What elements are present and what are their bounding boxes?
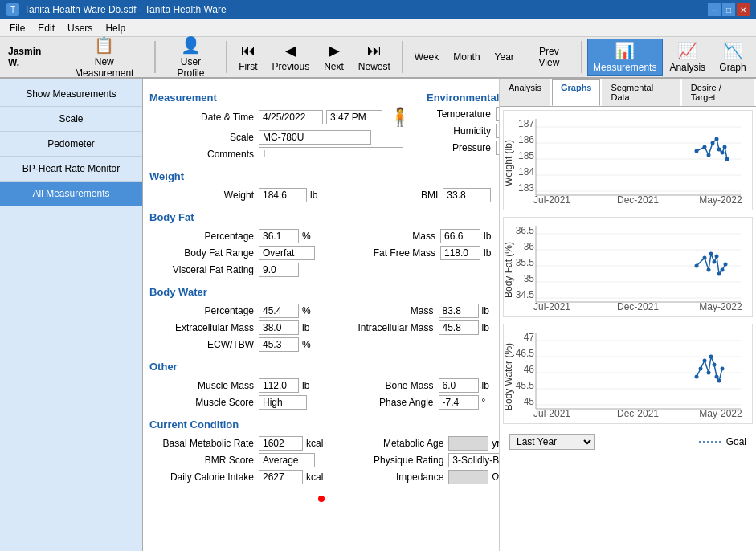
- maximize-button[interactable]: □: [722, 3, 735, 16]
- main-content: Show Measurements Scale Pedometer BP-Hea…: [0, 79, 756, 551]
- muscle-mass-input[interactable]: [259, 378, 299, 393]
- bw-percentage-label: Percentage: [149, 305, 254, 316]
- bmr-unit: kcal: [306, 438, 323, 449]
- impedance-input[interactable]: [448, 470, 488, 484]
- temperature-label: Temperature: [427, 108, 491, 120]
- first-icon: ⏮: [241, 43, 255, 59]
- svg-point-44: [709, 252, 713, 256]
- svg-text:36: 36: [524, 241, 535, 252]
- ecwtbw-input[interactable]: [259, 337, 299, 352]
- svg-text:187: 187: [518, 118, 534, 129]
- pressure-row: Pressure mbar: [427, 141, 499, 155]
- other-section-header: Other: [149, 361, 492, 373]
- window-title: Tanita Health Ware Db.sdf - Tanita Healt…: [24, 4, 227, 15]
- close-button[interactable]: ✕: [737, 3, 750, 16]
- menu-help[interactable]: Help: [99, 21, 132, 35]
- week-button[interactable]: Week: [408, 39, 445, 76]
- bw-mass-unit: lb: [482, 305, 489, 316]
- next-button[interactable]: ▶ Next: [317, 39, 350, 76]
- bmr-score-input[interactable]: [259, 453, 315, 467]
- svg-point-74: [721, 367, 725, 371]
- analysis-button[interactable]: 📈 Analysis: [664, 39, 712, 76]
- measurements-button[interactable]: 📊 Measurements: [587, 39, 663, 76]
- phase-angle-unit: °: [482, 397, 486, 408]
- measurements-icon: 📊: [615, 41, 635, 60]
- tab-desire[interactable]: Desire / Target: [682, 79, 754, 106]
- bw-mass-input[interactable]: [439, 304, 479, 318]
- muscle-mass-row: Muscle Mass lb: [149, 378, 313, 393]
- year-button[interactable]: Year: [488, 39, 521, 76]
- weight-chart-svg: Weight (lb) 187 186 185 184 183: [504, 111, 749, 207]
- ecm-input[interactable]: [259, 320, 299, 335]
- svg-point-45: [713, 260, 717, 264]
- tab-segmental[interactable]: Segmental Data: [602, 79, 680, 106]
- bone-mass-input[interactable]: [439, 378, 479, 393]
- menu-edit[interactable]: Edit: [31, 21, 61, 35]
- scale-input[interactable]: [259, 130, 371, 145]
- bmi-input[interactable]: [443, 188, 491, 202]
- user-profile-button[interactable]: 👤 User Profile: [161, 39, 222, 76]
- muscle-score-input[interactable]: [259, 395, 307, 410]
- weight-input[interactable]: [259, 188, 307, 202]
- minimize-button[interactable]: ─: [708, 3, 721, 16]
- calorie-input[interactable]: [259, 470, 303, 484]
- menu-file[interactable]: File: [3, 21, 31, 35]
- phase-angle-input[interactable]: [439, 395, 479, 410]
- metabolic-age-input[interactable]: [448, 436, 488, 451]
- newest-button[interactable]: ⏭ Newest: [352, 39, 397, 76]
- physique-input[interactable]: [448, 453, 499, 467]
- fat-free-input[interactable]: [440, 246, 480, 260]
- graphs-panel: Analysis Graphs Segmental Data Desire / …: [499, 79, 756, 551]
- tab-graphs[interactable]: Graphs: [552, 79, 601, 106]
- bf-range-input[interactable]: [259, 246, 315, 260]
- time-range-select[interactable]: Last Year Last 6 Months Last Month All T…: [509, 434, 595, 450]
- prev-view-button[interactable]: Prev View: [522, 39, 576, 76]
- tab-analysis[interactable]: Analysis: [500, 79, 550, 106]
- phase-angle-label: Phase Angle: [329, 397, 434, 408]
- bw-mass-row: Mass lb: [329, 304, 493, 318]
- body-fat-chart: Body Fat (%) 36.5 36 35.5 35 34.5: [503, 217, 753, 317]
- time-input[interactable]: [326, 110, 382, 124]
- calorie-unit: kcal: [306, 471, 323, 483]
- bf-mass-row: Mass lb: [331, 229, 492, 243]
- visceral-input[interactable]: [259, 263, 299, 277]
- bw-percentage-input[interactable]: [259, 304, 299, 318]
- bf-mass-input[interactable]: [440, 229, 480, 243]
- bf-percentage-input[interactable]: [259, 229, 299, 243]
- icm-input[interactable]: [439, 320, 479, 335]
- weight-row: Weight lb: [149, 188, 317, 202]
- svg-point-72: [715, 375, 719, 379]
- sidebar-show-measurements[interactable]: Show Measurements: [0, 82, 142, 107]
- menu-users[interactable]: Users: [61, 21, 99, 35]
- sidebar-bp-heart[interactable]: BP-Heart Rate Monitor: [0, 157, 142, 182]
- svg-point-48: [721, 268, 725, 272]
- date-time-row: Date & Time 🧍: [149, 107, 411, 128]
- svg-point-18: [707, 153, 711, 157]
- bf-percentage-row: Percentage %: [149, 229, 315, 243]
- new-measurement-button[interactable]: 📋 New Measurement: [59, 39, 149, 76]
- toolbar: Jasmin W. 📋 New Measurement 👤 User Profi…: [0, 37, 756, 79]
- content-panel: Measurement Date & Time 🧍 Scale Comments: [143, 79, 499, 551]
- previous-button[interactable]: ◀ Previous: [265, 39, 316, 76]
- svg-text:46.5: 46.5: [516, 348, 535, 359]
- month-button[interactable]: Month: [447, 39, 486, 76]
- date-input[interactable]: [259, 110, 323, 124]
- comments-input[interactable]: [259, 147, 403, 161]
- visceral-label: Visceral Fat Rating: [149, 264, 254, 276]
- humidity-row: Humidity %: [427, 124, 499, 138]
- sidebar-pedometer[interactable]: Pedometer: [0, 132, 142, 157]
- svg-point-47: [717, 272, 721, 276]
- sidebar-all-measurements[interactable]: All Measurements: [0, 182, 142, 206]
- graph-button[interactable]: 📉 Graph: [713, 39, 753, 76]
- current-condition-section-header: Current Condition: [149, 418, 492, 431]
- first-button[interactable]: ⏮ First: [232, 39, 264, 76]
- measurement-section-header: Measurement: [149, 92, 411, 104]
- svg-point-46: [715, 255, 719, 259]
- bmr-input[interactable]: [259, 436, 303, 451]
- svg-text:45: 45: [524, 396, 535, 407]
- svg-point-43: [707, 268, 711, 272]
- bw-percentage-unit: %: [302, 305, 311, 316]
- ecwtbw-label: ECW/TBW: [149, 339, 254, 350]
- impedance-label: Impedance: [339, 471, 443, 483]
- sidebar-scale[interactable]: Scale: [0, 107, 142, 132]
